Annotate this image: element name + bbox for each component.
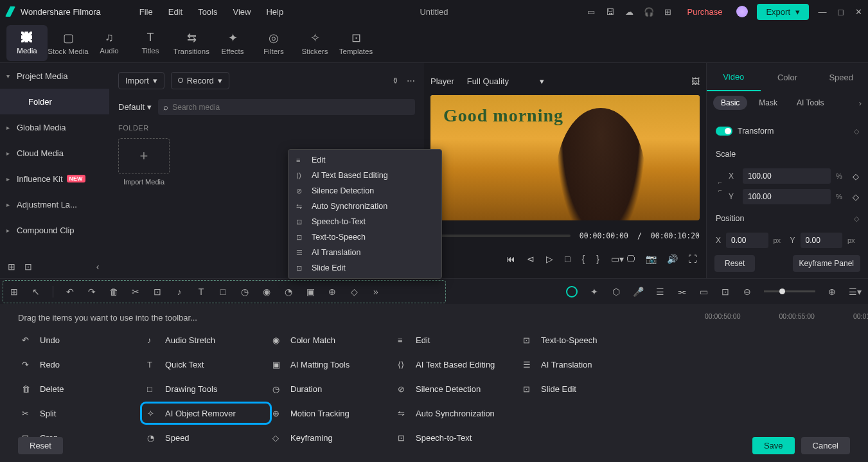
scale-x-input[interactable] xyxy=(743,168,831,184)
tab-effects[interactable]: ✦Effects xyxy=(212,25,253,61)
tab-audio[interactable]: ♫Audio xyxy=(89,25,130,61)
ctx-speech-to-text[interactable]: ⊡Speech-to-Text xyxy=(288,214,441,229)
menu-tools[interactable]: Tools xyxy=(198,7,217,17)
custom-item-auto-synchronization[interactable]: ⇋Auto Synchronization xyxy=(394,405,519,422)
zoom-out-icon[interactable]: ⊖ xyxy=(742,287,752,297)
collapse-icon[interactable]: ‹ xyxy=(93,262,103,272)
custom-item-slide-edit[interactable]: ⊡Slide Edit xyxy=(519,380,644,397)
ctx-edit[interactable]: ≡Edit xyxy=(288,152,441,168)
sidebar-influence-kit[interactable]: ▸Influence KitNEW xyxy=(0,166,109,191)
menu-view[interactable]: View xyxy=(233,7,251,17)
filter-icon[interactable]: ⚱ xyxy=(392,76,399,85)
custom-item-motion-tracking[interactable]: ⊕Motion Tracking xyxy=(269,405,394,422)
snap-icon[interactable]: ⊡ xyxy=(720,287,731,297)
inspector-tab-video[interactable]: Video xyxy=(707,63,761,91)
more-icon[interactable]: » xyxy=(371,287,381,297)
link-icon[interactable]: ⌐⌐ xyxy=(716,179,725,194)
close-icon[interactable]: ✕ xyxy=(854,7,863,17)
tab-media[interactable]: 🞿Media xyxy=(6,25,48,61)
layout-icon[interactable]: ▭ xyxy=(586,6,596,17)
trash-icon[interactable]: 🗑 xyxy=(109,287,119,297)
inspector-tab-speed[interactable]: Speed xyxy=(814,63,868,91)
keyframe-icon[interactable]: ◇ xyxy=(349,287,359,297)
duration-icon[interactable]: ◷ xyxy=(240,287,250,297)
maximize-icon[interactable]: ◻ xyxy=(836,7,845,17)
snapshot-icon[interactable]: 🖼 xyxy=(691,76,700,86)
custom-item-ai-translation[interactable]: ☰AI Translation xyxy=(519,356,644,373)
reset-button[interactable]: Reset xyxy=(18,437,63,454)
menu-help[interactable]: Help xyxy=(266,7,283,17)
sidebar-compound-clip[interactable]: ▸Compound Clip xyxy=(0,217,109,243)
grid-icon[interactable]: ⊞ xyxy=(9,287,19,297)
avatar[interactable] xyxy=(736,6,748,17)
custom-item-color-match[interactable]: ◉Color Match xyxy=(269,332,394,348)
sidebar-project-media[interactable]: ▾Project Media xyxy=(0,63,109,89)
inspector-reset-button[interactable]: Reset xyxy=(714,255,755,272)
view-mode-icon[interactable]: ☰▾ xyxy=(849,287,859,297)
save-button[interactable]: Save xyxy=(752,437,795,454)
more-icon[interactable]: ⋯ xyxy=(407,76,415,85)
ratio-icon[interactable]: ▭▾ xyxy=(611,254,624,264)
mic-icon[interactable]: 🎤 xyxy=(633,287,643,297)
new-folder-icon[interactable]: ⊞ xyxy=(6,262,17,272)
prev-frame-icon[interactable]: ⏮ xyxy=(506,254,515,264)
marker-icon[interactable]: ⬡ xyxy=(611,287,621,297)
drawing-icon[interactable]: □ xyxy=(218,287,228,297)
crop-icon[interactable]: ⊡ xyxy=(152,287,163,297)
scrub-slider[interactable] xyxy=(430,235,571,237)
tab-stock-media[interactable]: ▢Stock Media xyxy=(48,25,89,61)
play-icon[interactable]: ▷ xyxy=(546,254,553,264)
ctx-ai-text-editing[interactable]: ⟨⟩AI Text Based Editing xyxy=(288,168,441,183)
record-button[interactable]: Record▾ xyxy=(171,72,229,89)
link-icon[interactable]: ⫘ xyxy=(677,287,687,297)
transform-toggle[interactable] xyxy=(716,127,732,136)
sort-default[interactable]: Default▾ xyxy=(118,102,152,112)
new-bin-icon[interactable]: ⊡ xyxy=(23,262,33,272)
ctx-silence-detection[interactable]: ⊘Silence Detection xyxy=(288,183,441,199)
quality-dropdown[interactable]: Full Quality▾ xyxy=(467,76,544,86)
export-button[interactable]: Export▾ xyxy=(757,4,809,20)
mark-in-icon[interactable]: { xyxy=(582,254,585,264)
custom-item-ai-text-based-editing[interactable]: ⟨⟩AI Text Based Editing xyxy=(394,356,519,373)
color-match-icon[interactable]: ◉ xyxy=(261,287,272,297)
cloud-icon[interactable]: ☁ xyxy=(624,6,635,17)
audio-stretch-icon[interactable]: ♪ xyxy=(174,287,184,297)
custom-item-split[interactable]: ✂Split xyxy=(18,405,143,422)
speed-icon[interactable]: ◔ xyxy=(283,287,294,297)
sidebar-adjustment-layer[interactable]: ▸Adjustment La... xyxy=(0,191,109,217)
timeline-ruler[interactable]: 00:00:50:00 00:00:55:00 00:01:00 xyxy=(698,307,868,325)
group-icon[interactable]: ▭ xyxy=(698,287,709,297)
custom-item-edit[interactable]: ≡Edit xyxy=(394,332,519,348)
chevron-right-icon[interactable]: › xyxy=(859,98,862,108)
inspector-tab-color[interactable]: Color xyxy=(761,63,815,91)
custom-item-text-to-speech[interactable]: ⊡Text-to-Speech xyxy=(519,332,644,348)
ctx-auto-sync[interactable]: ⇋Auto Synchronization xyxy=(288,199,441,214)
ctx-slide-edit[interactable]: ⊡Slide Edit xyxy=(288,260,441,276)
pos-y-input[interactable] xyxy=(801,233,842,248)
apps-icon[interactable]: ⊞ xyxy=(663,6,673,17)
custom-item-undo[interactable]: ↶Undo xyxy=(18,332,143,348)
camera-icon[interactable]: 📷 xyxy=(646,254,657,264)
mixer-icon[interactable]: ☰ xyxy=(655,287,665,297)
custom-item-drawing-tools[interactable]: □Drawing Tools xyxy=(143,380,269,397)
volume-icon[interactable]: 🔊 xyxy=(667,254,678,264)
tracking-icon[interactable]: ⊕ xyxy=(327,287,337,297)
keyframe-panel-button[interactable]: Keyframe Panel xyxy=(793,255,860,272)
keyframe-diamond-icon[interactable]: ◇ xyxy=(854,127,859,136)
keyframe-diamond-icon[interactable]: ◇ xyxy=(854,215,859,223)
tab-filters[interactable]: ◎Filters xyxy=(253,25,294,61)
scale-y-input[interactable] xyxy=(743,189,831,204)
menu-edit[interactable]: Edit xyxy=(168,7,182,17)
cursor-icon[interactable]: ↖ xyxy=(31,287,41,297)
tab-stickers[interactable]: ✧Stickers xyxy=(294,25,335,61)
undo-icon[interactable]: ↶ xyxy=(65,287,75,297)
marker-star-icon[interactable]: ✦ xyxy=(589,287,599,297)
menu-file[interactable]: File xyxy=(139,7,153,17)
fullscreen-icon[interactable]: ⛶ xyxy=(688,254,697,264)
subtab-ai-tools[interactable]: AI Tools xyxy=(789,96,831,110)
headphones-icon[interactable]: 🎧 xyxy=(644,6,654,17)
search-field[interactable] xyxy=(172,103,410,112)
redo-icon[interactable]: ↷ xyxy=(87,287,97,297)
custom-item-delete[interactable]: 🗑Delete xyxy=(18,380,143,397)
search-input[interactable]: ⌕ xyxy=(158,99,415,115)
